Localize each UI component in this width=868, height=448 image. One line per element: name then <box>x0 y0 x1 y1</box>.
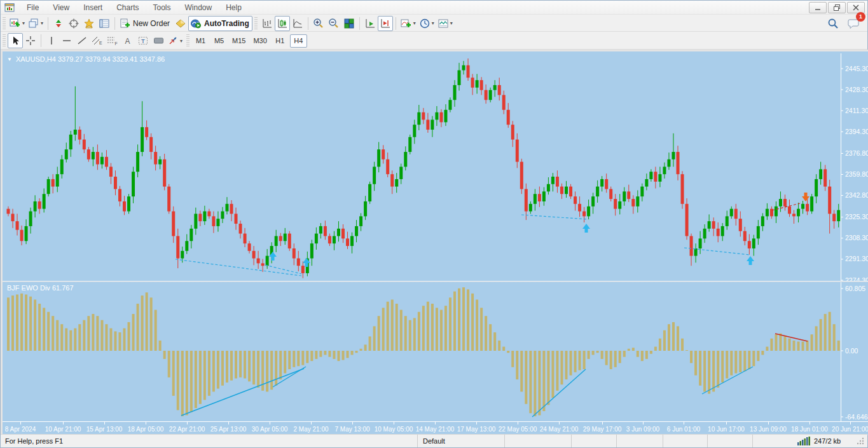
close-icon <box>852 4 860 11</box>
tile-windows-button[interactable] <box>341 16 357 31</box>
navigator-button[interactable] <box>81 16 97 31</box>
text-button[interactable]: A <box>120 33 135 48</box>
time-tick <box>394 422 394 424</box>
oscillator-tick-label: -64.646 <box>845 413 868 421</box>
zoom-in-button[interactable] <box>311 16 326 31</box>
collapse-icon[interactable]: ▼ <box>7 57 12 62</box>
chevron-down-icon: ▾ <box>41 20 43 26</box>
menu-help[interactable]: Help <box>219 2 249 13</box>
new-chart-button[interactable]: ▾ <box>8 16 27 31</box>
status-profile[interactable]: Default <box>417 435 504 447</box>
auto-scroll-button[interactable] <box>362 16 378 31</box>
divergence-line <box>684 248 750 255</box>
cursor-button[interactable] <box>8 33 23 48</box>
menu-file[interactable]: File <box>20 2 46 13</box>
price-tick-label: 2274.30 <box>845 276 868 281</box>
line-chart-button[interactable] <box>290 16 305 31</box>
new-order-icon <box>120 18 130 29</box>
restore-icon <box>833 4 841 11</box>
status-cell-empty <box>571 435 616 447</box>
resize-grip[interactable] <box>856 435 867 447</box>
menu-view[interactable]: View <box>46 2 76 13</box>
toolbar-grip[interactable] <box>3 34 6 47</box>
minimize-button[interactable] <box>809 2 827 13</box>
profiles-button[interactable]: ▾ <box>27 16 45 31</box>
standard-toolbar: ▾ ▾ New Order AutoTrading <box>1 15 867 32</box>
timeframe-m5[interactable]: M5 <box>210 34 228 48</box>
timeframe-m30[interactable]: M30 <box>250 34 270 48</box>
oscillator-pane[interactable]: 60.8050.00-64.646 <box>3 282 868 421</box>
trendline-button[interactable] <box>74 33 90 48</box>
timeframe-h4[interactable]: H4 <box>290 34 307 48</box>
chevron-down-icon: ▾ <box>450 20 453 26</box>
chevron-down-icon: ▾ <box>432 20 434 26</box>
menu-tools[interactable]: Tools <box>146 2 178 13</box>
candlestick-chart-button[interactable] <box>275 16 290 31</box>
time-label: 30 Apr 05:00 <box>248 426 291 433</box>
toolbar-grip[interactable] <box>3 17 6 30</box>
search-button[interactable] <box>825 16 841 31</box>
minimize-icon <box>814 4 822 11</box>
bar-chart-button[interactable] <box>259 16 275 31</box>
price-tick-label: 2445.30 <box>845 65 868 72</box>
indicators-icon <box>401 18 411 29</box>
new-order-button[interactable]: New Order <box>118 16 173 31</box>
notifications-button[interactable]: 1 <box>846 16 861 31</box>
vertical-line-button[interactable] <box>44 33 59 48</box>
equidistant-channel-button[interactable]: E <box>90 33 105 48</box>
chart-shift-button[interactable] <box>378 16 393 31</box>
time-label: 25 Apr 13:00 <box>207 426 250 433</box>
toolbar-right-tools: 1 <box>825 16 867 31</box>
toolbar-separator <box>359 17 360 30</box>
price-tick-label: 2394.30 <box>845 128 868 135</box>
app-icon <box>4 3 15 13</box>
timeframe-m1[interactable]: M1 <box>192 34 209 48</box>
divergence-line <box>521 215 588 219</box>
periods-button[interactable]: ▾ <box>418 16 436 31</box>
crosshair-button[interactable] <box>23 33 38 48</box>
indicators-button[interactable]: ▾ <box>399 16 418 31</box>
signal-bars-icon <box>797 437 811 445</box>
time-label: 14 May 21:00 <box>413 426 457 433</box>
status-cell-empty <box>707 435 752 447</box>
arrows-icon <box>168 36 178 46</box>
text-label-button[interactable]: T <box>135 33 151 48</box>
chevron-down-icon: ▾ <box>413 20 416 26</box>
menu-window[interactable]: Window <box>178 2 219 13</box>
restore-button[interactable] <box>828 2 846 13</box>
line-chart-icon <box>293 18 303 29</box>
timeframe-h1[interactable]: H1 <box>272 34 289 48</box>
templates-button[interactable]: ▾ <box>436 16 455 31</box>
price-tick-label: 2291.30 <box>845 255 868 262</box>
svg-text:F: F <box>115 41 118 46</box>
fibonacci-button[interactable]: F <box>105 33 120 48</box>
time-label: 20 Jun 21:00 <box>829 426 868 433</box>
close-button[interactable] <box>847 2 865 13</box>
shapes-button[interactable] <box>151 33 166 48</box>
trendline-icon <box>77 36 87 46</box>
toolbar-grip[interactable] <box>254 17 258 30</box>
market-watch-button[interactable] <box>51 16 66 31</box>
autotrading-button[interactable]: AutoTrading <box>188 16 252 31</box>
menu-insert[interactable]: Insert <box>76 2 109 13</box>
time-label: 10 Jun 17:00 <box>705 426 748 433</box>
price-tick-label: 2376.80 <box>845 149 868 157</box>
navigator-star-icon <box>84 18 94 29</box>
toolbar-separator <box>48 17 48 30</box>
metaeditor-button[interactable] <box>173 16 188 31</box>
toolbar-separator <box>41 34 41 47</box>
terminal-button[interactable] <box>97 16 112 31</box>
arrows-button[interactable]: ▾ <box>166 33 184 48</box>
horizontal-line-button[interactable] <box>59 33 74 48</box>
traffic-label: 247/2 kb <box>814 437 841 445</box>
time-tick <box>602 422 603 424</box>
autotrading-label: AutoTrading <box>203 19 251 28</box>
time-label: 10 Apr 21:00 <box>41 426 85 433</box>
timeframe-m15[interactable]: M15 <box>229 34 249 48</box>
notification-badge: 1 <box>856 12 865 22</box>
data-window-button[interactable] <box>66 16 81 31</box>
price-pane[interactable]: 2445.302428.302411.302394.302376.802359.… <box>3 53 868 281</box>
toolbar-grip[interactable] <box>186 34 189 47</box>
zoom-out-button[interactable] <box>326 16 341 31</box>
menu-charts[interactable]: Charts <box>109 2 146 13</box>
